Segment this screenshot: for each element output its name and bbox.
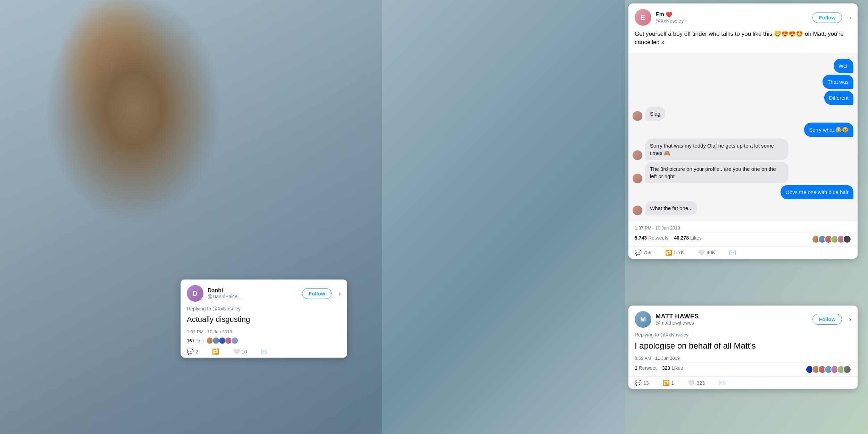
tweet-danhi-card: D Danhi @DanhiPaice_ Follow › Replying t… bbox=[181, 279, 347, 358]
like-icon: 🤍 bbox=[698, 249, 705, 256]
danhi-avatar: D bbox=[187, 285, 203, 302]
tweet-matt-card: M MATT HAWES @matthewjhawes Follow › Rep… bbox=[628, 306, 858, 389]
danhi-reply-count: 2 bbox=[195, 349, 198, 354]
matt-reply-count: 13 bbox=[643, 380, 649, 386]
msg-row: That was bbox=[633, 75, 853, 89]
matt-follow-button[interactable]: Follow bbox=[812, 314, 842, 325]
danhi-replying-to: Replying to @XxNoseley bbox=[181, 304, 347, 311]
em-retweet-count: 5,743 Retweets bbox=[635, 235, 668, 243]
retweet-icon: 🔁 bbox=[212, 348, 219, 355]
msg-bubble-sent: Sorry what 😂😩 bbox=[804, 123, 853, 137]
matt-stats: 1 Retweet 323 Likes bbox=[628, 362, 858, 377]
matt-timestamp: 8:59 AM · 11 Jun 2019 bbox=[628, 354, 858, 362]
danhi-header: D Danhi @DanhiPaice_ Follow › bbox=[181, 279, 347, 304]
msg-bubble-received: What the fat one... bbox=[645, 201, 698, 215]
retweet-icon: 🔁 bbox=[665, 249, 672, 256]
dm-icon: ✉️ bbox=[719, 379, 726, 386]
em-like-count: 40K bbox=[707, 250, 715, 255]
matt-header: M MATT HAWES @matthewjhawes Follow › bbox=[628, 306, 858, 331]
danhi-reply-action[interactable]: 💬 2 bbox=[187, 348, 198, 355]
matt-likes-count: 323 Likes bbox=[662, 365, 683, 374]
danhi-like-count: 16 bbox=[242, 349, 247, 354]
tweet-em-card: E Em ❤️ @XxNoseley Follow › Get yourself… bbox=[628, 3, 858, 259]
matt-more-button[interactable]: › bbox=[849, 315, 851, 323]
matt-reply-action[interactable]: 💬 13 bbox=[635, 379, 649, 386]
danhi-like-avatars bbox=[206, 337, 238, 344]
danhi-username: @DanhiPaice_ bbox=[208, 294, 298, 299]
em-follow-button[interactable]: Follow bbox=[812, 12, 842, 23]
matt-like-count: 323 bbox=[696, 380, 704, 386]
msg-bubble-received: Sorry that was my teddy Olaf he gets up … bbox=[645, 139, 788, 160]
em-tweet-body: Get yourself a boy off tinder who talks … bbox=[628, 28, 858, 50]
matt-retweet-count: 1 bbox=[671, 380, 674, 386]
em-retweet-count: 5.7K bbox=[674, 250, 684, 255]
msg-row: Slag bbox=[633, 107, 853, 121]
reply-icon: 💬 bbox=[635, 249, 642, 256]
danhi-dm-action[interactable]: ✉️ bbox=[261, 348, 268, 355]
matt-retweet-action[interactable]: 🔁 1 bbox=[663, 379, 674, 386]
msg-avatar bbox=[633, 150, 642, 160]
like-icon: 🤍 bbox=[688, 379, 695, 386]
matt-user-info: MATT HAWES @matthewjhawes bbox=[656, 313, 808, 326]
msg-row: The 3rd picture on your profile.. are yo… bbox=[633, 162, 853, 183]
em-like-avatars bbox=[812, 235, 851, 243]
em-more-button[interactable]: › bbox=[849, 14, 851, 22]
msg-row: Well bbox=[633, 59, 853, 73]
danhi-more-button[interactable]: › bbox=[339, 290, 341, 298]
msg-row: Different bbox=[633, 91, 853, 105]
msg-bubble-sent: Well bbox=[834, 59, 853, 73]
msg-bubble-received: The 3rd picture on your profile.. are yo… bbox=[645, 162, 788, 183]
matt-username: @matthewjhawes bbox=[656, 320, 808, 326]
main-photo bbox=[0, 0, 382, 434]
matt-display-name: MATT HAWES bbox=[656, 313, 808, 320]
em-dm-action[interactable]: ✉️ bbox=[729, 249, 736, 256]
dm-icon: ✉️ bbox=[261, 348, 268, 355]
danhi-follow-button[interactable]: Follow bbox=[302, 288, 332, 299]
em-user-info: Em ❤️ @XxNoseley bbox=[656, 11, 808, 24]
reply-icon: 💬 bbox=[635, 379, 642, 386]
matt-like-action[interactable]: 🤍 323 bbox=[688, 379, 704, 386]
matt-like-avatars bbox=[806, 365, 851, 374]
em-timestamp: 1:37 PM · 10 Jun 2019 bbox=[628, 224, 858, 232]
danhi-timestamp: 1:51 PM · 10 Jun 2019 bbox=[181, 328, 347, 336]
matt-dm-action[interactable]: ✉️ bbox=[719, 379, 726, 386]
em-reply-action[interactable]: 💬 759 bbox=[635, 249, 651, 256]
retweet-icon: 🔁 bbox=[663, 379, 670, 386]
danhi-like-action[interactable]: 🤍 16 bbox=[233, 348, 247, 355]
danhi-likes-count: 16 Likes bbox=[187, 338, 203, 343]
msg-avatar bbox=[633, 111, 642, 121]
matt-actions: 💬 13 🔁 1 🤍 323 ✉️ bbox=[628, 377, 858, 389]
reply-icon: 💬 bbox=[187, 348, 194, 355]
msg-avatar bbox=[633, 206, 642, 215]
msg-bubble-sent: Different bbox=[824, 91, 853, 105]
dm-icon: ✉️ bbox=[729, 249, 736, 256]
msg-bubble-received: Slag bbox=[645, 107, 665, 121]
em-reply-count: 759 bbox=[643, 250, 651, 255]
em-likes-count: 40,278 Likes bbox=[674, 235, 701, 243]
em-avatar: E bbox=[635, 9, 651, 26]
em-like-action[interactable]: 🤍 40K bbox=[698, 249, 715, 256]
msg-avatar bbox=[633, 174, 642, 183]
msg-row: Obvs the one with blue hair bbox=[633, 185, 853, 199]
like-icon: 🤍 bbox=[233, 348, 240, 355]
danhi-tweet-body: Actually disgusting bbox=[181, 311, 347, 328]
danhi-user-info: Danhi @DanhiPaice_ bbox=[208, 287, 298, 299]
em-username: @XxNoseley bbox=[656, 18, 808, 24]
heart-icon: ❤️ bbox=[666, 11, 673, 18]
msg-row: Sorry what 😂😩 bbox=[633, 123, 853, 137]
danhi-display-name: Danhi bbox=[208, 287, 298, 294]
em-retweet-action[interactable]: 🔁 5.7K bbox=[665, 249, 684, 256]
danhi-actions: 💬 2 🔁 🤍 16 ✉️ bbox=[181, 345, 347, 358]
em-actions: 💬 759 🔁 5.7K 🤍 40K ✉️ bbox=[628, 247, 858, 259]
danhi-likes-row: 16 Likes bbox=[181, 336, 347, 345]
msg-row: What the fat one... bbox=[633, 201, 853, 215]
matt-retweet-count: 1 Retweet bbox=[635, 365, 657, 374]
matt-replying-to: Replying to @XxNoseley bbox=[628, 331, 858, 337]
em-stats: 5,743 Retweets 40,278 Likes bbox=[628, 232, 858, 247]
msg-bubble-sent: That was bbox=[823, 75, 853, 89]
msg-row: Sorry that was my teddy Olaf he gets up … bbox=[633, 139, 853, 160]
danhi-retweet-action[interactable]: 🔁 bbox=[212, 348, 219, 355]
em-display-name: Em ❤️ bbox=[656, 11, 808, 18]
matt-tweet-text: I apologise on behalf of all Matt's bbox=[628, 337, 858, 354]
msg-bubble-sent: Obvs the one with blue hair bbox=[781, 185, 853, 199]
